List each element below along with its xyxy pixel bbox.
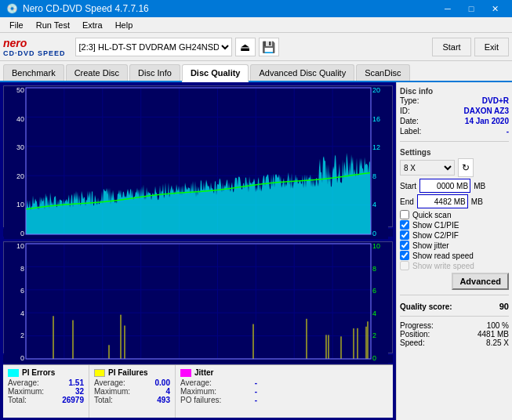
tab-benchmark[interactable]: Benchmark bbox=[3, 64, 64, 81]
start-mb-unit: MB bbox=[474, 182, 485, 190]
jitter-max-label: Maximum: bbox=[180, 387, 216, 396]
show-write-speed-checkbox bbox=[400, 261, 409, 270]
close-button[interactable]: ✕ bbox=[484, 0, 506, 17]
app-title: Nero CD-DVD Speed 4.7.7.16 bbox=[23, 3, 149, 14]
pi-errors-title-row: PI Errors bbox=[8, 368, 84, 377]
start-label: Start bbox=[400, 182, 416, 190]
drive-select[interactable]: [2:3] HL-DT-ST DVDRAM GH24NSD0 LH00 bbox=[75, 38, 232, 56]
disc-info-section: Disc info Type: DVD+R ID: DAXON AZ3 Date… bbox=[400, 85, 509, 136]
refresh-button[interactable]: ↻ bbox=[458, 158, 474, 177]
disc-info-title: Disc info bbox=[400, 87, 509, 96]
maximize-button[interactable]: □ bbox=[460, 0, 482, 17]
pi-errors-total-row: Total: 26979 bbox=[8, 396, 84, 404]
quality-score-value: 90 bbox=[499, 302, 509, 311]
menu-help[interactable]: Help bbox=[109, 19, 140, 31]
progress-section: Progress: 100 % Position: 4481 MB Speed:… bbox=[400, 321, 509, 347]
side-panel: Disc info Type: DVD+R ID: DAXON AZ3 Date… bbox=[396, 82, 512, 420]
show-jitter-row: Show jitter bbox=[400, 241, 509, 250]
pi-errors-total-value: 26979 bbox=[62, 396, 84, 404]
pi-errors-max-value: 32 bbox=[75, 387, 84, 396]
tab-scan-disc[interactable]: ScanDisc bbox=[356, 64, 409, 81]
speed-select[interactable]: 8 X bbox=[400, 160, 455, 176]
disc-date-label: Date: bbox=[400, 117, 419, 125]
minimize-button[interactable]: ─ bbox=[437, 0, 459, 17]
pi-failures-section: PI Failures Average: 0.00 Maximum: 4 Tot… bbox=[89, 365, 176, 418]
jitter-max-row: Maximum: - bbox=[180, 387, 257, 396]
end-label: End bbox=[400, 197, 414, 206]
pi-errors-avg-value: 1.51 bbox=[69, 378, 84, 387]
show-write-speed-row: Show write speed bbox=[400, 261, 509, 270]
eject-button[interactable]: ⏏ bbox=[235, 38, 256, 56]
advanced-button[interactable]: Advanced bbox=[452, 273, 509, 290]
pi-failures-total-value: 493 bbox=[157, 396, 170, 404]
show-read-speed-checkbox[interactable] bbox=[400, 251, 409, 260]
pi-errors-avg-row: Average: 1.51 bbox=[8, 378, 84, 387]
nero-logo-top: nero bbox=[3, 37, 66, 49]
divider3 bbox=[400, 316, 509, 317]
pi-failures-label: PI Failures bbox=[108, 368, 148, 377]
disc-label-value: - bbox=[507, 127, 509, 136]
tab-create-disc[interactable]: Create Disc bbox=[66, 64, 128, 81]
disc-id-row: ID: DAXON AZ3 bbox=[400, 106, 509, 116]
menu-extra[interactable]: Extra bbox=[76, 19, 109, 31]
pi-failures-avg-label: Average: bbox=[94, 378, 125, 387]
jitter-po-label: PO failures: bbox=[180, 396, 221, 404]
show-jitter-checkbox[interactable] bbox=[400, 241, 409, 250]
show-c2-pif-label: Show C2/PIF bbox=[412, 231, 459, 240]
tab-bar: Benchmark Create Disc Disc Info Disc Qua… bbox=[0, 61, 512, 82]
show-c2-pif-checkbox[interactable] bbox=[400, 230, 409, 240]
jitter-max-value: - bbox=[255, 387, 257, 396]
progress-label: Progress: bbox=[400, 321, 434, 330]
start-button[interactable]: Start bbox=[432, 38, 470, 56]
title-bar-controls: ─ □ ✕ bbox=[437, 0, 506, 17]
jitter-legend bbox=[180, 369, 191, 377]
start-input[interactable] bbox=[419, 179, 470, 193]
pi-failures-max-value: 4 bbox=[165, 387, 170, 396]
end-input[interactable] bbox=[417, 194, 468, 208]
disc-label-label: Label: bbox=[400, 127, 421, 136]
app-icon: 💿 bbox=[6, 3, 18, 14]
menu-file[interactable]: File bbox=[3, 19, 30, 31]
menu-run-test[interactable]: Run Test bbox=[30, 19, 76, 31]
top-chart bbox=[3, 85, 393, 227]
pi-failures-avg-row: Average: 0.00 bbox=[94, 378, 170, 387]
save-button[interactable]: 💾 bbox=[259, 38, 279, 56]
quality-score-row: Quality score: 90 bbox=[400, 302, 509, 311]
speed-row2: Speed: 8.25 X bbox=[400, 339, 509, 347]
disc-date-value: 14 Jan 2020 bbox=[465, 117, 509, 125]
tab-advanced-disc-quality[interactable]: Advanced Disc Quality bbox=[250, 64, 354, 81]
nero-logo-bottom: CD·DVD SPEED bbox=[3, 49, 66, 57]
tab-disc-info[interactable]: Disc Info bbox=[129, 64, 180, 81]
quick-scan-row: Quick scan bbox=[400, 210, 509, 219]
pi-failures-total-label: Total: bbox=[94, 396, 113, 404]
disc-id-value: DAXON AZ3 bbox=[464, 107, 509, 115]
speed-label: Speed: bbox=[400, 339, 425, 347]
pi-failures-max-row: Maximum: 4 bbox=[94, 387, 170, 396]
bottom-stats: PI Errors Average: 1.51 Maximum: 32 Tota… bbox=[3, 364, 393, 418]
show-read-speed-label: Show read speed bbox=[412, 252, 474, 260]
main-content: 0.0 0.5 1.0 1.5 2.0 2.5 3.0 3.5 4.0 4.5 … bbox=[0, 82, 512, 420]
title-bar-left: 💿 Nero CD-DVD Speed 4.7.7.16 bbox=[6, 3, 149, 14]
pi-failures-avg-value: 0.00 bbox=[155, 378, 170, 387]
pi-errors-avg-label: Average: bbox=[8, 378, 39, 387]
pi-failures-legend bbox=[94, 369, 105, 377]
divider2 bbox=[400, 295, 509, 295]
pi-errors-section: PI Errors Average: 1.51 Maximum: 32 Tota… bbox=[3, 365, 89, 418]
jitter-avg-label: Average: bbox=[180, 378, 212, 387]
tab-disc-quality[interactable]: Disc Quality bbox=[182, 64, 249, 82]
nero-logo: nero CD·DVD SPEED bbox=[3, 37, 66, 57]
pi-errors-label: PI Errors bbox=[22, 368, 55, 377]
jitter-label: Jitter bbox=[194, 368, 213, 377]
speed-row: 8 X ↻ bbox=[400, 158, 509, 177]
bottom-chart bbox=[3, 241, 393, 354]
jitter-title-row: Jitter bbox=[180, 368, 257, 377]
disc-type-label: Type: bbox=[400, 96, 419, 105]
pi-errors-max-label: Maximum: bbox=[8, 387, 44, 396]
speed-value: 8.25 X bbox=[486, 339, 509, 347]
pi-failures-title-row: PI Failures bbox=[94, 368, 170, 377]
quick-scan-label: Quick scan bbox=[412, 211, 451, 219]
quick-scan-checkbox[interactable] bbox=[400, 210, 409, 219]
show-c1-pie-checkbox[interactable] bbox=[400, 220, 409, 230]
exit-button[interactable]: Exit bbox=[474, 38, 509, 56]
position-row: Position: 4481 MB bbox=[400, 330, 509, 339]
